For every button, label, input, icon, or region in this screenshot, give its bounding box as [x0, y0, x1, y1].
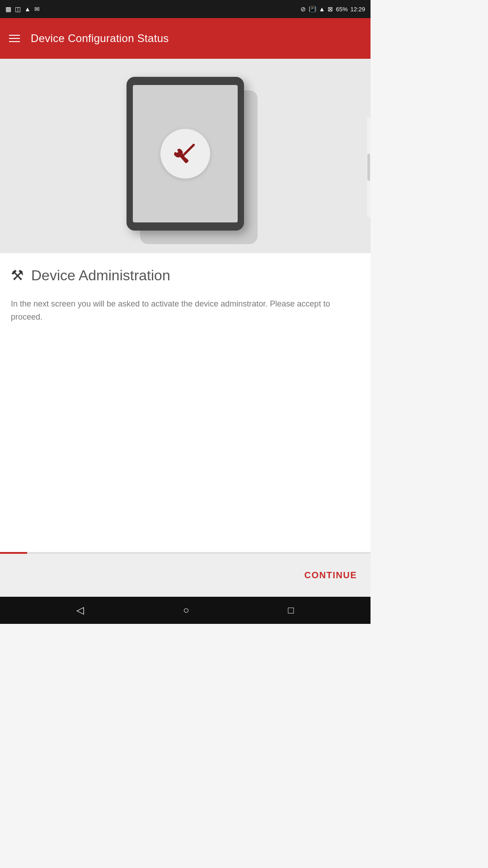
clock: 12:29	[350, 6, 365, 13]
tool-circle	[160, 129, 210, 179]
signal-off-icon: ⊠	[328, 5, 333, 13]
section-title: Device Administration	[31, 267, 170, 284]
wifi-icon: ▲	[319, 5, 325, 13]
scrollbar-thumb	[367, 154, 370, 181]
status-bar-right: ⊘ 📳 ▲ ⊠ 65% 12:29	[300, 5, 365, 13]
tablet-frame	[127, 77, 244, 231]
section-description: In the next screen you will be asked to …	[11, 297, 360, 324]
scrollbar-hint	[367, 118, 371, 217]
svg-rect-0	[183, 143, 195, 156]
no-sim-icon: ⊘	[300, 5, 306, 13]
hero-section	[0, 59, 371, 253]
image-icon: ◫	[15, 5, 21, 13]
vibrate-icon: 📳	[309, 5, 316, 13]
section-title-row: ⚒ Device Administration	[11, 267, 360, 284]
bottom-bar: CONTINUE	[0, 554, 371, 597]
tools-icon: ⚒	[11, 267, 24, 284]
wrench-screwdriver-icon	[171, 139, 200, 169]
status-bar: ▩ ◫ ▲ ✉ ⊘ 📳 ▲ ⊠ 65% 12:29	[0, 0, 371, 18]
android-nav-bar: ◁ ○ □	[0, 597, 371, 624]
app-icon-1: ▲	[24, 5, 31, 13]
continue-button[interactable]: CONTINUE	[305, 566, 357, 585]
recents-button[interactable]: □	[288, 604, 294, 616]
back-button[interactable]: ◁	[76, 604, 84, 616]
app-bar: Device Configuration Status	[0, 18, 371, 59]
app-bar-title: Device Configuration Status	[31, 32, 169, 45]
content-section: ⚒ Device Administration In the next scre…	[0, 253, 371, 597]
battery-level: 65%	[336, 6, 347, 13]
email-icon: ✉	[34, 5, 40, 13]
tablet-screen	[133, 85, 238, 222]
notification-icon: ▩	[5, 5, 11, 13]
home-button[interactable]: ○	[183, 604, 189, 616]
hamburger-menu-button[interactable]	[9, 35, 20, 42]
device-illustration-wrapper	[127, 77, 244, 231]
main-content: ⚒ Device Administration In the next scre…	[0, 59, 371, 597]
status-bar-left: ▩ ◫ ▲ ✉	[5, 5, 40, 13]
